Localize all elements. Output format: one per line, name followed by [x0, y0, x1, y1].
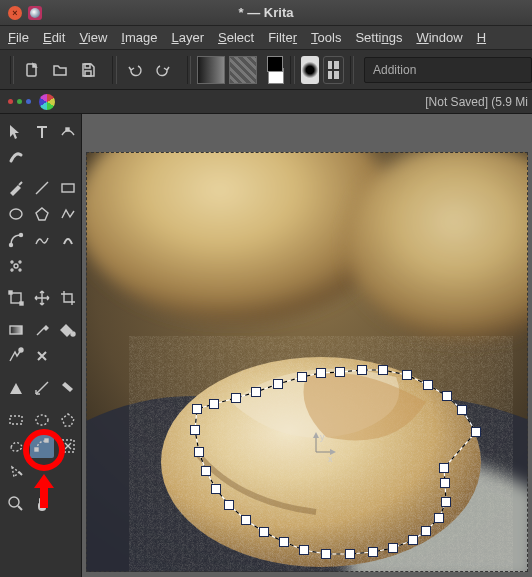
save-icon[interactable] — [76, 58, 100, 82]
tool-select-arrow[interactable] — [4, 120, 28, 144]
menu-tools[interactable]: Tools — [311, 30, 341, 45]
tool-assistant[interactable] — [4, 376, 28, 400]
selection-node[interactable] — [211, 484, 221, 494]
menu-image[interactable]: Image — [121, 30, 157, 45]
selection-node[interactable] — [259, 527, 269, 537]
gradient-swatch[interactable] — [197, 56, 225, 84]
tool-select-contiguous[interactable] — [4, 460, 28, 484]
redo-icon[interactable] — [151, 58, 175, 82]
menu-settings[interactable]: Settings — [355, 30, 402, 45]
color-swatch[interactable] — [267, 56, 284, 84]
tool-freehand[interactable] — [30, 228, 54, 252]
svg-point-20 — [36, 415, 48, 425]
svg-point-8 — [14, 264, 18, 268]
selection-node[interactable] — [297, 372, 307, 382]
canvas[interactable]: yx — [82, 114, 532, 577]
new-icon[interactable] — [20, 58, 44, 82]
menu-edit[interactable]: Edit — [43, 30, 65, 45]
status-text: [Not Saved] (5.9 Mi — [425, 95, 528, 109]
menu-layer[interactable]: Layer — [171, 30, 204, 45]
menu-file[interactable]: File — [8, 30, 29, 45]
tool-reference[interactable] — [56, 376, 80, 400]
tool-select-rect[interactable] — [4, 408, 28, 432]
menu-window[interactable]: Window — [416, 30, 462, 45]
tool-zoom[interactable] — [4, 492, 28, 516]
selection-node[interactable] — [440, 478, 450, 488]
close-icon[interactable]: × — [8, 6, 22, 20]
tool-select-bezier[interactable] — [30, 434, 54, 458]
undo-icon[interactable] — [123, 58, 147, 82]
selection-node[interactable] — [421, 526, 431, 536]
selection-node[interactable] — [457, 405, 467, 415]
tool-picker[interactable] — [30, 318, 54, 342]
tool-gradient[interactable] — [4, 318, 28, 342]
selection-node[interactable] — [251, 387, 261, 397]
menu-view[interactable]: View — [79, 30, 107, 45]
tool-select-similar[interactable] — [56, 434, 80, 458]
tool-transform[interactable] — [4, 286, 28, 310]
selection-node[interactable] — [441, 497, 451, 507]
selection-node[interactable] — [241, 515, 251, 525]
selection-node[interactable] — [434, 513, 444, 523]
selection-node[interactable] — [335, 367, 345, 377]
tool-bezier[interactable] — [4, 228, 28, 252]
open-icon[interactable] — [48, 58, 72, 82]
tool-polyline[interactable] — [56, 202, 80, 226]
selection-node[interactable] — [408, 535, 418, 545]
selection-node[interactable] — [402, 370, 412, 380]
selection-node[interactable] — [273, 379, 283, 389]
selection-node[interactable] — [439, 463, 449, 473]
selection-node[interactable] — [423, 380, 433, 390]
selection-node[interactable] — [279, 537, 289, 547]
tool-fill[interactable] — [56, 318, 80, 342]
tool-line[interactable] — [30, 176, 54, 200]
selection-node[interactable] — [224, 500, 234, 510]
selection-node[interactable] — [321, 549, 331, 559]
edit-brush-icon[interactable] — [323, 56, 344, 84]
selection-node[interactable] — [194, 447, 204, 457]
selection-node[interactable] — [299, 545, 309, 555]
tool-text[interactable] — [30, 120, 54, 144]
color-wheel-icon[interactable] — [39, 94, 55, 110]
tool-rectangle[interactable] — [56, 176, 80, 200]
tool-pattern-edit[interactable] — [4, 344, 28, 368]
tool-pan[interactable] — [30, 492, 54, 516]
tool-dynamic-brush[interactable] — [56, 228, 80, 252]
tool-multi-brush[interactable] — [4, 254, 28, 278]
selection-node[interactable] — [471, 427, 481, 437]
tool-brush[interactable] — [4, 176, 28, 200]
selection-node[interactable] — [388, 543, 398, 553]
status-dots-icon — [8, 99, 31, 104]
tool-crop[interactable] — [56, 286, 80, 310]
selection-node[interactable] — [231, 393, 241, 403]
selection-node[interactable] — [442, 391, 452, 401]
tool-select-polygon[interactable] — [56, 408, 80, 432]
tool-move[interactable] — [30, 286, 54, 310]
selection-node[interactable] — [357, 365, 367, 375]
tool-polygon[interactable] — [30, 202, 54, 226]
tool-measure[interactable] — [30, 376, 54, 400]
selection-node[interactable] — [378, 365, 388, 375]
selection-node[interactable] — [345, 549, 355, 559]
selection-node[interactable] — [209, 399, 219, 409]
tool-smart-fill[interactable] — [30, 344, 54, 368]
menu-help[interactable]: H — [477, 30, 486, 45]
tool-ellipse[interactable] — [4, 202, 28, 226]
svg-point-5 — [10, 209, 22, 219]
tool-edit-shape[interactable] — [56, 120, 80, 144]
svg-rect-19 — [10, 416, 22, 424]
menu-filter[interactable]: Filter — [268, 30, 297, 45]
tool-calligraphy[interactable] — [4, 144, 28, 168]
pattern-swatch[interactable] — [229, 56, 257, 84]
brush-preview[interactable] — [301, 56, 319, 84]
menu-select[interactable]: Select — [218, 30, 254, 45]
tool-select-ellipse[interactable] — [30, 408, 54, 432]
selection-node[interactable] — [192, 404, 202, 414]
tool-select-free[interactable] — [4, 434, 28, 458]
svg-point-10 — [19, 261, 21, 263]
selection-node[interactable] — [190, 425, 200, 435]
compositor-input[interactable] — [364, 57, 532, 83]
selection-node[interactable] — [316, 368, 326, 378]
selection-node[interactable] — [368, 547, 378, 557]
selection-node[interactable] — [201, 466, 211, 476]
